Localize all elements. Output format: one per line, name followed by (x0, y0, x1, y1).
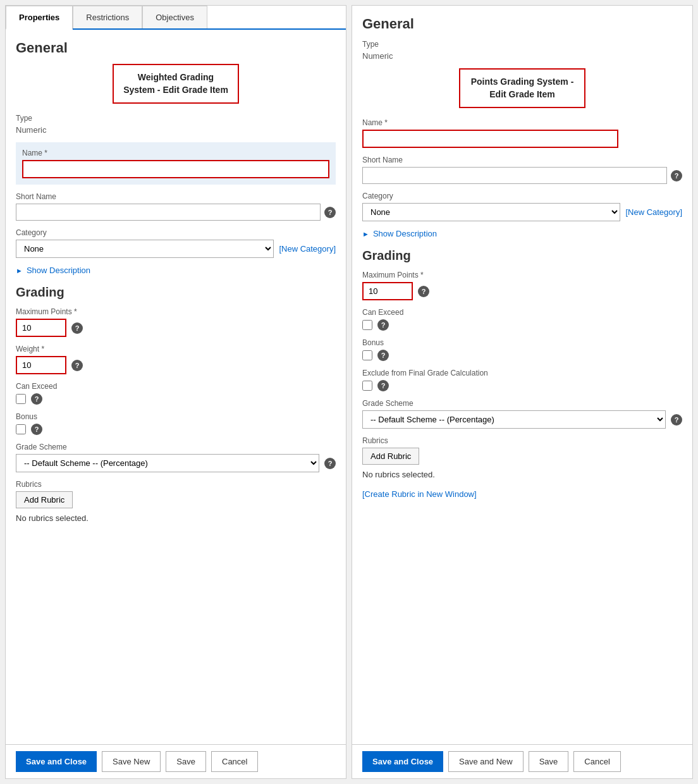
left-grade-scheme-label: Grade Scheme (16, 443, 336, 451)
right-bonus-label: Bonus (362, 338, 682, 347)
left-max-points-help-icon[interactable]: ? (71, 322, 83, 334)
right-short-name-help-icon[interactable]: ? (671, 170, 682, 181)
right-save-button[interactable]: Save (529, 751, 569, 772)
right-grade-scheme-group: Grade Scheme -- Default Scheme -- (Perce… (362, 399, 682, 429)
right-max-points-group: Maximum Points * ? (362, 271, 682, 300)
right-exclude-row: ? (362, 380, 682, 391)
left-can-exceed-group: Can Exceed ? (16, 382, 336, 405)
left-can-exceed-checkbox[interactable] (16, 394, 26, 404)
left-bonus-group: Bonus ? (16, 412, 336, 435)
right-bonus-help-icon[interactable]: ? (377, 350, 389, 361)
right-short-name-group: Short Name ? (362, 156, 682, 184)
right-short-name-row: ? (362, 167, 682, 184)
right-create-rubric-link[interactable]: [Create Rubric in New Window] (362, 489, 477, 499)
left-weight-group: Weight * ? (16, 345, 336, 374)
right-category-select[interactable]: None (362, 203, 620, 221)
right-max-points-input[interactable] (362, 282, 413, 300)
right-show-desc-arrow-icon: ► (362, 230, 369, 238)
right-bonus-group: Bonus ? (362, 338, 682, 361)
tab-restrictions[interactable]: Restrictions (73, 6, 142, 28)
right-name-input[interactable] (362, 130, 618, 148)
right-add-rubric-button[interactable]: Add Rubric (362, 448, 419, 465)
right-can-exceed-help-icon[interactable]: ? (377, 319, 389, 331)
tabs-bar: Properties Restrictions Objectives (6, 6, 346, 30)
right-grade-scheme-select[interactable]: -- Default Scheme -- (Percentage) (362, 410, 666, 429)
tab-properties[interactable]: Properties (6, 6, 73, 30)
right-name-group: Name * (362, 118, 682, 148)
right-show-description-row[interactable]: ► Show Description (362, 229, 682, 238)
left-weight-input[interactable] (16, 356, 66, 374)
left-name-label: Name * (22, 149, 329, 157)
right-rubrics-label: Rubrics (362, 436, 682, 445)
right-can-exceed-checkbox[interactable] (362, 320, 372, 330)
left-max-points-label: Maximum Points * (16, 307, 336, 316)
right-can-exceed-label: Can Exceed (362, 308, 682, 317)
left-max-points-row: ? (16, 319, 336, 337)
left-rubrics-section: Rubrics Add Rubric No rubrics selected. (16, 480, 336, 523)
tab-objectives[interactable]: Objectives (142, 6, 207, 28)
left-name-input[interactable] (22, 160, 329, 178)
right-save-new-button[interactable]: Save and New (448, 751, 524, 772)
right-max-points-row: ? (362, 282, 682, 300)
right-save-close-button[interactable]: Save and Close (362, 751, 443, 772)
left-add-rubric-button[interactable]: Add Rubric (16, 491, 73, 508)
left-grade-scheme-row: -- Default Scheme -- (Percentage) ? (16, 454, 336, 472)
right-short-name-input[interactable] (362, 167, 667, 184)
left-bonus-label: Bonus (16, 412, 336, 421)
left-type-label: Type (16, 114, 336, 123)
right-new-category-link[interactable]: [New Category] (625, 207, 682, 217)
left-grade-scheme-help-icon[interactable]: ? (324, 458, 336, 469)
left-short-name-label: Short Name (16, 192, 336, 201)
left-save-button[interactable]: Save (166, 751, 206, 772)
right-type-label: Type (362, 40, 682, 49)
left-weight-row: ? (16, 356, 336, 374)
left-annotation-wrapper: Weighted Grading System - Edit Grade Ite… (16, 64, 336, 104)
left-grade-scheme-select[interactable]: -- Default Scheme -- (Percentage) (16, 454, 319, 472)
left-weight-label: Weight * (16, 345, 336, 353)
right-exclude-label: Exclude from Final Grade Calculation (362, 369, 682, 377)
right-can-exceed-row: ? (362, 319, 682, 331)
left-grade-scheme-group: Grade Scheme -- Default Scheme -- (Perce… (16, 443, 336, 472)
left-short-name-help-icon[interactable]: ? (324, 207, 336, 218)
left-weight-help-icon[interactable]: ? (71, 360, 83, 371)
left-category-row: None [New Category] (16, 240, 336, 258)
right-grading-title: Grading (362, 248, 682, 263)
left-bonus-checkbox[interactable] (16, 424, 26, 434)
left-max-points-input[interactable] (16, 319, 66, 337)
left-grading-title: Grading (16, 285, 336, 300)
left-name-group: Name * (16, 142, 336, 185)
left-cancel-button[interactable]: Cancel (211, 751, 258, 772)
right-max-points-label: Maximum Points * (362, 271, 682, 279)
right-category-row: None [New Category] (362, 203, 682, 221)
right-cancel-button[interactable]: Cancel (573, 751, 620, 772)
left-bonus-help-icon[interactable]: ? (31, 424, 42, 435)
right-grade-scheme-help-icon[interactable]: ? (671, 414, 682, 426)
right-rubrics-section: Rubrics Add Rubric No rubrics selected. (362, 436, 682, 479)
left-save-new-button[interactable]: Save New (102, 751, 161, 772)
left-short-name-input[interactable] (16, 204, 321, 221)
right-short-name-label: Short Name (362, 156, 682, 164)
right-show-description-label: Show Description (373, 229, 437, 238)
left-can-exceed-row: ? (16, 393, 336, 405)
right-type-value: Numeric (362, 51, 682, 61)
right-category-group: Category None [New Category] (362, 192, 682, 221)
right-exclude-help-icon[interactable]: ? (377, 380, 389, 391)
left-category-group: Category None [New Category] (16, 228, 336, 258)
left-save-close-button[interactable]: Save and Close (16, 751, 97, 772)
right-general-title: General (362, 16, 682, 32)
right-exclude-checkbox[interactable] (362, 381, 372, 391)
right-no-rubrics-text: No rubrics selected. (362, 470, 682, 479)
right-max-points-help-icon[interactable]: ? (418, 286, 429, 297)
left-show-description-row[interactable]: ► Show Description (16, 266, 336, 275)
left-annotation-box: Weighted Grading System - Edit Grade Ite… (113, 64, 239, 104)
left-can-exceed-help-icon[interactable]: ? (31, 393, 42, 405)
right-panel: General Type Numeric Points Grading Syst… (352, 5, 693, 779)
left-short-name-row: ? (16, 204, 336, 221)
left-new-category-link[interactable]: [New Category] (279, 244, 336, 254)
right-bonus-checkbox[interactable] (362, 350, 372, 360)
left-type-group: Type Numeric (16, 114, 336, 135)
right-grade-scheme-label: Grade Scheme (362, 399, 682, 408)
left-short-name-group: Short Name ? (16, 192, 336, 221)
left-footer: Save and Close Save New Save Cancel (6, 744, 346, 778)
left-category-select[interactable]: None (16, 240, 274, 258)
